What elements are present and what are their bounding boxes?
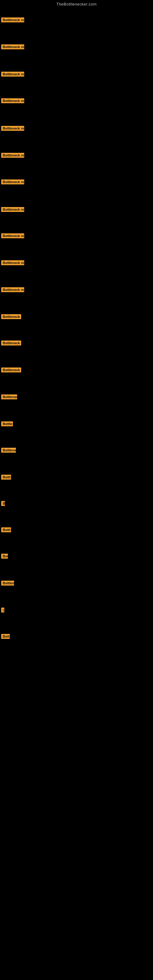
bottleneck-bar-18: Bottl	[1, 475, 11, 480]
bottleneck-row-24: Bott	[1, 634, 10, 640]
bottleneck-row-20: Bottl	[1, 527, 11, 533]
bottleneck-bar-20: Bottl	[1, 527, 11, 532]
bottleneck-row-7: Bottleneck result	[1, 180, 24, 186]
bottleneck-row-22: Bottlen	[1, 581, 14, 587]
bottleneck-bar-14: Bottleneck resu	[1, 368, 21, 372]
bottleneck-bar-23: |	[1, 608, 4, 612]
bottleneck-bar-1: Bottleneck result	[1, 18, 24, 22]
bottleneck-bar-21: Bot	[1, 554, 8, 558]
bottleneck-row-18: Bottl	[1, 475, 11, 481]
bottleneck-bar-11: Bottleneck result	[1, 287, 24, 292]
bottleneck-row-14: Bottleneck resu	[1, 368, 21, 374]
bottleneck-bar-15: Bottleneck	[1, 395, 17, 399]
bottleneck-bar-3: Bottleneck result	[1, 72, 24, 76]
bottleneck-row-11: Bottleneck result	[1, 287, 24, 293]
bottleneck-row-9: Bottleneck result	[1, 233, 24, 240]
bottleneck-row-1: Bottleneck result	[1, 18, 24, 24]
bottleneck-row-23: |	[1, 608, 4, 614]
bottleneck-row-15: Bottleneck	[1, 395, 17, 401]
bottleneck-bar-4: Bottleneck result	[1, 98, 24, 103]
bottleneck-bar-13: Bottleneck resu	[1, 340, 21, 345]
bottleneck-row-2: Bottleneck result	[1, 45, 24, 51]
bottleneck-row-6: Bottleneck result	[1, 153, 24, 159]
bottleneck-bar-22: Bottlen	[1, 581, 14, 585]
bottleneck-row-21: Bot	[1, 554, 8, 560]
bottleneck-bar-16: Bottle	[1, 422, 13, 426]
bottleneck-bar-24: Bott	[1, 634, 10, 639]
bottleneck-row-8: Bottleneck result	[1, 207, 24, 213]
bottleneck-row-13: Bottleneck resu	[1, 340, 21, 347]
bottleneck-bar-7: Bottleneck result	[1, 180, 24, 185]
bottleneck-row-10: Bottleneck result	[1, 260, 24, 266]
bottleneck-bar-6: Bottleneck result	[1, 153, 24, 158]
bottleneck-bar-9: Bottleneck result	[1, 233, 24, 238]
bottleneck-bar-10: Bottleneck result	[1, 260, 24, 265]
page-container: TheBottlenecker.com Bottleneck resultBot…	[0, 0, 153, 980]
bottleneck-bar-19: B	[1, 501, 5, 506]
bottleneck-row-17: Bottlenec	[1, 448, 16, 454]
bottleneck-bar-17: Bottlenec	[1, 448, 16, 453]
bottleneck-bar-12: Bottleneck resu	[1, 314, 21, 319]
bottleneck-bar-8: Bottleneck result	[1, 207, 24, 212]
bottleneck-bar-5: Bottleneck result	[1, 126, 24, 131]
bottleneck-row-12: Bottleneck resu	[1, 314, 21, 320]
bottleneck-bar-2: Bottleneck result	[1, 45, 24, 49]
bottleneck-row-16: Bottle	[1, 422, 13, 428]
bottleneck-row-4: Bottleneck result	[1, 98, 24, 105]
bottleneck-row-5: Bottleneck result	[1, 126, 24, 132]
site-title: TheBottlenecker.com	[0, 0, 153, 10]
bottleneck-row-3: Bottleneck result	[1, 72, 24, 78]
bottleneck-row-19: B	[1, 501, 5, 507]
